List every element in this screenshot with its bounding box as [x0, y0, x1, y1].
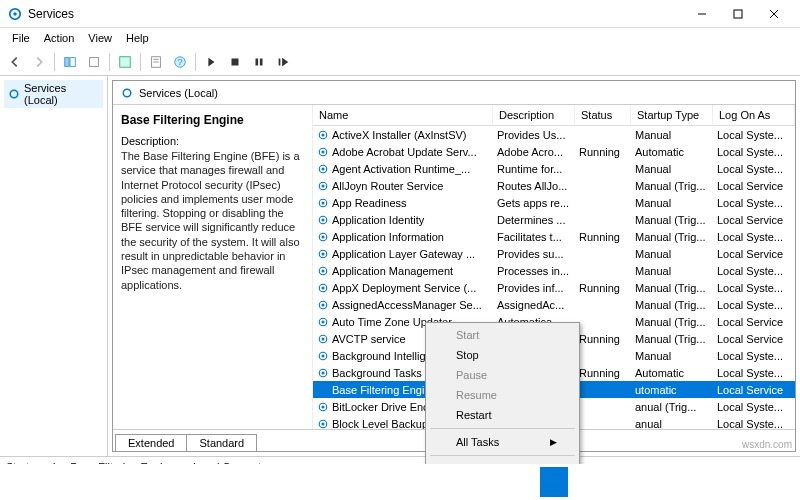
- service-startup: Manual (Trig...: [631, 298, 713, 312]
- service-icon: [317, 197, 329, 209]
- col-description[interactable]: Description: [493, 105, 575, 125]
- main-header-label: Services (Local): [139, 87, 218, 99]
- service-row[interactable]: Application IdentityDetermines ...Manual…: [313, 211, 795, 228]
- service-icon: [317, 129, 329, 141]
- show-hide-tree-button[interactable]: [59, 51, 81, 73]
- service-icon: [317, 367, 329, 379]
- service-startup: utomatic: [631, 383, 713, 397]
- service-logon: Local Service: [713, 315, 795, 329]
- col-startup[interactable]: Startup Type: [631, 105, 713, 125]
- service-logon: Local Syste...: [713, 162, 795, 176]
- back-button[interactable]: [4, 51, 26, 73]
- tree-root-item[interactable]: Services (Local): [4, 80, 103, 108]
- forward-button[interactable]: [28, 51, 50, 73]
- service-icon: [317, 248, 329, 260]
- svg-rect-7: [70, 57, 75, 66]
- service-startup: Manual: [631, 247, 713, 261]
- ctx-pause: Pause: [428, 365, 577, 385]
- service-row[interactable]: AllJoyn Router ServiceRoutes AllJo...Man…: [313, 177, 795, 194]
- toolbar: ?: [0, 48, 800, 76]
- taskbar-highlight: [540, 467, 568, 497]
- service-name: Application Information: [332, 231, 444, 243]
- services-icon: [8, 7, 22, 21]
- service-icon: [317, 418, 329, 430]
- col-name[interactable]: Name: [313, 105, 493, 125]
- service-icon: [317, 282, 329, 294]
- service-desc: Gets apps re...: [493, 196, 575, 210]
- properties-button[interactable]: [145, 51, 167, 73]
- service-row[interactable]: App ReadinessGets apps re...ManualLocal …: [313, 194, 795, 211]
- svg-point-26: [322, 167, 325, 170]
- service-startup: Automatic: [631, 145, 713, 159]
- service-startup: anual (Trig...: [631, 400, 713, 414]
- service-name: Application Identity: [332, 214, 424, 226]
- service-row[interactable]: Application InformationFacilitates t...R…: [313, 228, 795, 245]
- start-service-button[interactable]: [200, 51, 222, 73]
- ctx-all-tasks[interactable]: All Tasks▶: [428, 432, 577, 452]
- service-name: AppX Deployment Service (...: [332, 282, 476, 294]
- description-label: Description:: [121, 135, 304, 147]
- svg-point-24: [322, 150, 325, 153]
- export-list-button[interactable]: [83, 51, 105, 73]
- service-startup: Manual (Trig...: [631, 213, 713, 227]
- service-logon: Local Service: [713, 247, 795, 261]
- tab-extended[interactable]: Extended: [115, 434, 187, 451]
- services-node-icon: [8, 88, 20, 100]
- col-logon[interactable]: Log On As: [713, 105, 795, 125]
- service-startup: Manual (Trig...: [631, 281, 713, 295]
- service-status: [575, 321, 631, 323]
- service-status: Running: [575, 366, 631, 380]
- svg-point-19: [10, 90, 18, 98]
- service-row[interactable]: Adobe Acrobat Update Serv...Adobe Acro..…: [313, 143, 795, 160]
- svg-point-22: [322, 133, 325, 136]
- stop-service-button[interactable]: [224, 51, 246, 73]
- svg-point-42: [322, 303, 325, 306]
- service-row[interactable]: Application Layer Gateway ...Provides su…: [313, 245, 795, 262]
- help-button[interactable]: ?: [169, 51, 191, 73]
- service-row[interactable]: ActiveX Installer (AxInstSV)Provides Us.…: [313, 126, 795, 143]
- service-icon: [317, 163, 329, 175]
- service-row[interactable]: AssignedAccessManager Se...AssignedAc...…: [313, 296, 795, 313]
- svg-point-38: [322, 269, 325, 272]
- service-icon: [317, 299, 329, 311]
- service-logon: Local Syste...: [713, 196, 795, 210]
- menu-separator: [430, 428, 575, 429]
- svg-point-1: [13, 12, 17, 16]
- service-startup: anual: [631, 417, 713, 430]
- service-logon: Local Syste...: [713, 264, 795, 278]
- menu-view[interactable]: View: [82, 30, 118, 46]
- service-icon: [317, 401, 329, 413]
- titlebar: Services: [0, 0, 800, 28]
- svg-rect-6: [65, 57, 69, 66]
- service-row[interactable]: Application ManagementProcesses in...Man…: [313, 262, 795, 279]
- service-icon: [317, 384, 329, 396]
- tab-standard[interactable]: Standard: [186, 434, 257, 451]
- service-status: Running: [575, 332, 631, 346]
- service-row[interactable]: AppX Deployment Service (...Provides inf…: [313, 279, 795, 296]
- menu-file[interactable]: File: [6, 30, 36, 46]
- col-status[interactable]: Status: [575, 105, 631, 125]
- maximize-button[interactable]: [720, 2, 756, 26]
- svg-point-54: [322, 405, 325, 408]
- refresh-button[interactable]: [114, 51, 136, 73]
- service-startup: Manual: [631, 162, 713, 176]
- service-startup: Manual: [631, 349, 713, 363]
- service-status: Running: [575, 230, 631, 244]
- ctx-restart[interactable]: Restart: [428, 405, 577, 425]
- menu-help[interactable]: Help: [120, 30, 155, 46]
- pause-service-button[interactable]: [248, 51, 270, 73]
- restart-service-button[interactable]: [272, 51, 294, 73]
- close-button[interactable]: [756, 2, 792, 26]
- service-desc: Adobe Acro...: [493, 145, 575, 159]
- menu-action[interactable]: Action: [38, 30, 81, 46]
- svg-point-20: [123, 89, 131, 97]
- service-desc: Provides inf...: [493, 281, 575, 295]
- svg-rect-3: [734, 10, 742, 18]
- ctx-stop[interactable]: Stop: [428, 345, 577, 365]
- tree-root-label: Services (Local): [24, 82, 99, 106]
- service-status: [575, 355, 631, 357]
- minimize-button[interactable]: [684, 2, 720, 26]
- service-status: [575, 202, 631, 204]
- service-row[interactable]: Agent Activation Runtime_...Runtime for.…: [313, 160, 795, 177]
- service-logon: Local Service: [713, 332, 795, 346]
